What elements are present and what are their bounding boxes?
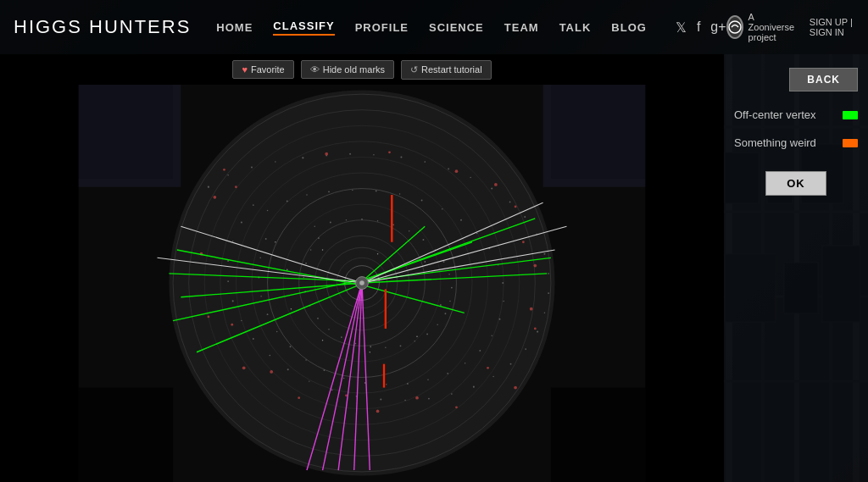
svg-point-36: [302, 157, 303, 158]
header: HIGGS HUNTERS HOME CLASSIFY PROFILE SCIE…: [0, 0, 868, 54]
svg-point-138: [213, 196, 216, 199]
svg-point-149: [231, 324, 233, 326]
svg-point-151: [455, 169, 459, 173]
svg-point-112: [377, 220, 378, 221]
svg-point-44: [491, 188, 492, 190]
googleplus-icon[interactable]: g+: [710, 19, 726, 35]
svg-point-148: [270, 370, 273, 374]
svg-point-78: [352, 190, 353, 191]
svg-point-54: [510, 363, 512, 365]
nav-profile[interactable]: PROFILE: [355, 21, 409, 34]
svg-point-100: [305, 359, 306, 360]
particle-detector-visualization: [0, 85, 724, 482]
svg-point-143: [522, 241, 525, 243]
svg-point-64: [287, 368, 289, 370]
restart-icon: ↺: [410, 64, 418, 75]
favorite-button[interactable]: ♥ Favorite: [232, 60, 293, 79]
svg-point-146: [415, 396, 419, 400]
something-weird-label: Something weird: [734, 136, 816, 149]
svg-point-51: [544, 313, 545, 313]
svg-point-164: [377, 253, 378, 254]
svg-point-52: [537, 331, 538, 333]
svg-point-167: [416, 335, 417, 336]
auth-links[interactable]: SIGN UP | SIGN IN: [810, 17, 854, 37]
svg-point-166: [440, 304, 441, 305]
svg-point-137: [318, 237, 320, 239]
svg-point-80: [399, 193, 400, 194]
svg-point-75: [287, 201, 288, 202]
svg-point-102: [276, 331, 277, 332]
sign-up-link[interactable]: SIGN UP: [810, 17, 848, 27]
restart-label: Restart tutorial: [421, 64, 482, 75]
nav-science[interactable]: SCIENCE: [429, 21, 484, 34]
svg-point-124: [414, 341, 415, 341]
svg-point-130: [328, 329, 329, 330]
svg-point-48: [543, 253, 545, 255]
hide-marks-button[interactable]: 👁 Hide old marks: [301, 60, 394, 79]
nav-talk[interactable]: TALK: [559, 21, 592, 34]
svg-point-139: [223, 169, 225, 171]
svg-point-147: [345, 394, 348, 396]
svg-point-150: [235, 186, 237, 188]
svg-point-32: [208, 186, 209, 188]
svg-point-82: [442, 208, 442, 209]
main-content: ♥ Favorite 👁 Hide old marks ↺ Restart tu…: [0, 54, 868, 482]
svg-point-117: [443, 261, 445, 263]
something-weird-color-swatch: [843, 139, 858, 147]
social-icons: 𝕏 f g+: [676, 19, 726, 36]
svg-point-115: [423, 239, 425, 241]
svg-point-119: [451, 287, 453, 289]
back-button[interactable]: BACK: [789, 68, 858, 91]
svg-point-111: [361, 219, 363, 220]
detector-panel[interactable]: ♥ Favorite 👁 Hide old marks ↺ Restart tu…: [0, 54, 724, 482]
svg-point-49: [548, 273, 549, 274]
svg-point-134: [303, 277, 304, 278]
svg-point-98: [343, 378, 344, 379]
sign-in-link[interactable]: SIGN IN: [810, 27, 844, 37]
right-sidebar: BACK Off-center vertex Something weird O…: [724, 54, 868, 482]
svg-point-93: [447, 373, 448, 374]
svg-point-118: [448, 274, 449, 274]
svg-point-16: [729, 21, 741, 33]
svg-point-131: [317, 318, 319, 319]
eye-icon: 👁: [310, 64, 320, 75]
svg-point-125: [400, 345, 402, 346]
svg-point-171: [287, 269, 287, 270]
ok-button[interactable]: OK: [765, 171, 826, 196]
twitter-icon[interactable]: 𝕏: [676, 19, 687, 36]
svg-point-120: [449, 301, 450, 302]
legend-something-weird: Something weird: [734, 136, 858, 149]
svg-point-59: [404, 400, 405, 401]
svg-point-35: [275, 161, 275, 162]
svg-point-109: [330, 222, 331, 224]
svg-point-45: [509, 202, 511, 203]
svg-point-92: [465, 363, 465, 363]
svg-point-46: [524, 216, 526, 218]
svg-point-127: [370, 346, 371, 347]
svg-point-163: [322, 249, 323, 250]
svg-point-113: [392, 224, 394, 225]
svg-point-34: [251, 167, 253, 169]
svg-point-81: [421, 200, 423, 202]
svg-point-121: [445, 313, 447, 314]
nav-team[interactable]: TEAM: [504, 21, 539, 34]
svg-point-56: [473, 386, 475, 388]
svg-point-114: [409, 230, 409, 231]
heart-icon: ♥: [242, 64, 248, 75]
nav-home[interactable]: HOME: [216, 21, 253, 34]
svg-point-159: [242, 366, 246, 369]
svg-point-71: [232, 241, 233, 241]
nav-classify[interactable]: CLASSIFY: [273, 19, 334, 36]
svg-point-140: [325, 152, 328, 156]
facebook-icon[interactable]: f: [697, 19, 700, 35]
svg-point-136: [310, 249, 311, 250]
svg-point-101: [290, 346, 292, 347]
svg-point-107: [265, 238, 267, 240]
svg-point-55: [492, 376, 493, 377]
restart-tutorial-button[interactable]: ↺ Restart tutorial: [401, 60, 492, 80]
svg-point-43: [470, 177, 470, 178]
off-center-color-swatch: [843, 111, 858, 119]
nav-blog[interactable]: BLOG: [611, 21, 647, 34]
svg-point-58: [428, 398, 430, 400]
svg-rect-203: [543, 85, 646, 187]
